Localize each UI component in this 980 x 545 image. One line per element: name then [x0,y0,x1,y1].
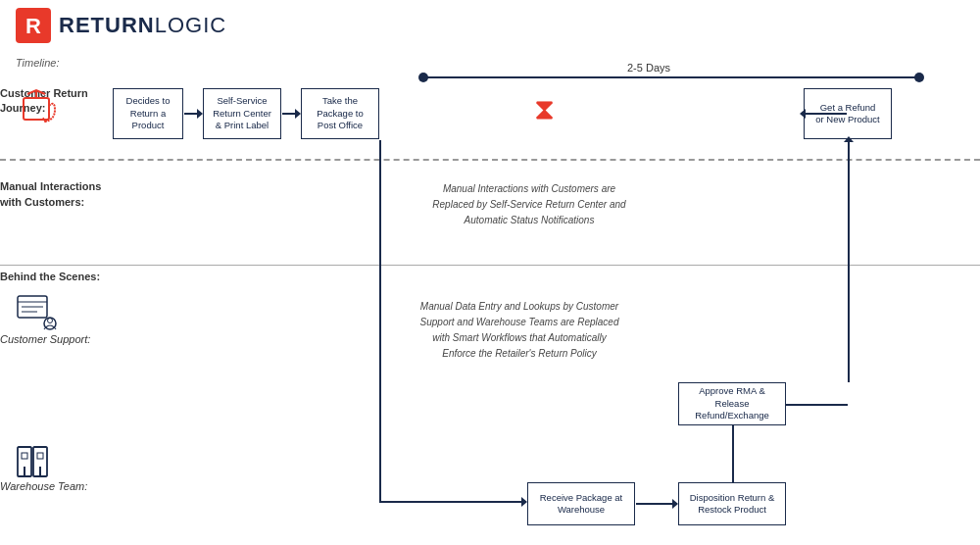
timeline-duration: 2-5 Days [627,62,670,74]
timeline-dot-right [914,73,924,82]
vertical-line-approve-to-refund [848,140,850,382]
hourglass-icon: ⧗ [534,93,555,127]
box-take-package: Take the Package to Post Office [301,88,379,139]
box-decides: Decides to Return a Product [113,88,183,139]
timeline-label: Timeline: [16,57,60,69]
h-arrow-refund [804,113,847,115]
svg-rect-11 [22,453,27,459]
behind-scenes-label: Behind the Scenes: [0,271,100,282]
customer-support-icon [16,294,60,333]
logo-area: R RETURNLOGIC [16,8,226,43]
vertical-line-from-take-package [379,140,381,503]
svg-text:R: R [25,14,41,38]
customer-support-label: Customer Support: [0,333,90,345]
arrow-receive-to-disposition [636,503,675,505]
customer-icon [16,86,65,135]
italic-text-top: Manual Interactions with Customers are R… [382,181,676,228]
logo-text: RETURNLOGIC [59,13,226,38]
svg-rect-13 [24,467,25,476]
svg-point-8 [48,319,53,323]
box-disposition: Disposition Return & Restock Product [678,482,786,525]
logo-icon: R [16,8,51,43]
box-self-service: Self-Service Return Center & Print Label [203,88,281,139]
timeline-dot-left [418,73,428,82]
svg-rect-12 [37,453,43,459]
horizontal-line-approve-to-vert [786,404,848,406]
diagram-container: R RETURNLOGIC Timeline: 2-5 Days Custome… [0,0,980,545]
warehouse-team-icon [10,439,54,483]
timeline-bar [421,76,921,78]
italic-text-bottom: Manual Data Entry and Lookups by Custome… [382,299,657,362]
svg-rect-2 [24,98,49,120]
manual-interactions-label: Manual Interactions with Customers: [0,165,108,210]
box-approve-rma: Approve RMA & Release Refund/Exchange [678,382,786,425]
svg-rect-14 [39,467,41,476]
divider-dashed-1 [0,159,980,161]
divider-solid-1 [0,265,980,267]
box-receive-package: Receive Package at Warehouse [527,482,635,525]
horizontal-line-to-receive [379,501,524,503]
